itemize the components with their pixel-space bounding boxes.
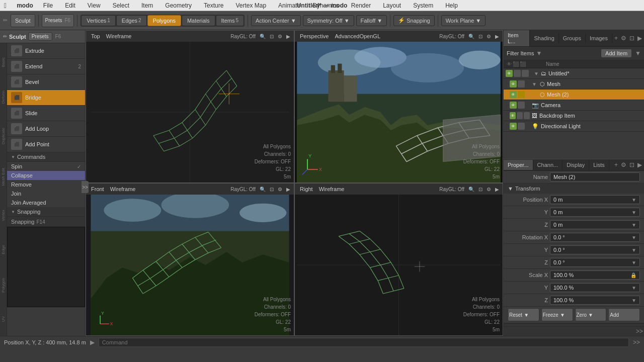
- menu-layout[interactable]: Layout: [381, 1, 403, 10]
- rp-gear-icon[interactable]: ⚙: [620, 34, 627, 43]
- filter-dropdown-arrow[interactable]: ▼: [536, 50, 542, 57]
- rp-more-icon[interactable]: ▶: [636, 34, 643, 43]
- extend-tool[interactable]: ⬛ Extend 2: [7, 59, 85, 74]
- vp-perspective-search[interactable]: 🔍: [467, 34, 476, 39]
- snapping-button[interactable]: ⚡ Snapping: [393, 15, 435, 26]
- add-point-tool[interactable]: ⬛ Add Point: [7, 137, 85, 152]
- props-expand-button[interactable]: >>: [636, 328, 643, 335]
- rp-expand-icon[interactable]: ⊡: [628, 34, 635, 43]
- tab-lists[interactable]: Lists: [589, 160, 609, 170]
- pos-x-value-container[interactable]: 0 m ▼: [550, 195, 640, 204]
- tab-channels[interactable]: Chann...: [533, 160, 563, 170]
- tab-display[interactable]: Display: [562, 160, 589, 170]
- vis-render[interactable]: [522, 70, 529, 77]
- scale-z-value-container[interactable]: 100.0 % ▼: [550, 296, 640, 305]
- vp-perspective-maximize[interactable]: ⊡: [477, 34, 484, 39]
- zero-button[interactable]: Zero ▼: [575, 308, 607, 321]
- viewport-right[interactable]: Right Wireframe RayGL: Off 🔍 ⊡ ⚙ ▶: [294, 183, 503, 336]
- extrude-tool[interactable]: ⬛ Extrude: [7, 43, 85, 59]
- props-gear-icon[interactable]: ⚙: [620, 160, 627, 169]
- viewport-top[interactable]: Top Wireframe RayGL: Off 🔍 ⊡ ⚙ ▶: [86, 30, 294, 183]
- presets-button[interactable]: Presets F6: [42, 14, 74, 27]
- scale-y-arrow[interactable]: ▼: [631, 285, 636, 291]
- rot-z-value-container[interactable]: 0.0 ° ▼: [550, 258, 640, 267]
- scale-z-arrow[interactable]: ▼: [631, 298, 636, 303]
- vp-right-search[interactable]: 🔍: [467, 187, 476, 192]
- menu-select[interactable]: Select: [111, 1, 131, 10]
- tab-item-list[interactable]: Item L...: [504, 30, 530, 46]
- rot-x-arrow[interactable]: ▼: [631, 235, 636, 240]
- menu-geometry[interactable]: Geometry: [163, 1, 194, 10]
- falloff-button[interactable]: Falloff ▼: [356, 15, 387, 26]
- rot-z-arrow[interactable]: ▼: [631, 260, 636, 265]
- panel-expand-button[interactable]: >>: [82, 181, 89, 193]
- add-item-arrow[interactable]: ▼: [635, 50, 641, 57]
- transform-header[interactable]: ▼ Transform: [504, 184, 644, 194]
- materials-button[interactable]: Materials: [182, 15, 215, 26]
- menu-render[interactable]: Render: [349, 1, 373, 10]
- sculpt-button[interactable]: Sculpt: [11, 14, 35, 27]
- freeze-button[interactable]: Freeze ▼: [541, 308, 573, 321]
- bevel-tool[interactable]: ⬛ Bevel: [7, 74, 85, 90]
- action-center-button[interactable]: Action Center ▼: [251, 15, 301, 26]
- vp-top-settings[interactable]: ⚙: [276, 34, 284, 39]
- vis-lock6[interactable]: [518, 123, 525, 130]
- menu-view[interactable]: View: [86, 1, 103, 10]
- vp-right-maximize[interactable]: ⊡: [477, 187, 484, 192]
- items-button[interactable]: Items 5: [216, 15, 244, 26]
- vis-eye[interactable]: 👁: [506, 70, 513, 77]
- app-name[interactable]: modo: [17, 2, 33, 9]
- vis-lock[interactable]: [514, 70, 521, 77]
- item-camera[interactable]: 👁 📷 Camera: [504, 100, 644, 111]
- edges-button[interactable]: Edges 2: [116, 15, 147, 26]
- vp-right-content[interactable]: All Polygons Channels: 0 Deformers: OFF …: [295, 195, 503, 335]
- item-mesh[interactable]: 👁 ▼ ⬡ Mesh: [504, 79, 644, 89]
- vp-front-maximize[interactable]: ⊡: [268, 187, 275, 192]
- polygons-button[interactable]: Polygons: [147, 15, 181, 26]
- scale-y-value-container[interactable]: 100.0 % ▼: [550, 283, 640, 292]
- vp-perspective-more[interactable]: ▶: [494, 34, 501, 39]
- menu-item[interactable]: Item: [139, 1, 155, 10]
- vis-eye4[interactable]: 👁: [510, 102, 517, 109]
- collapse-command[interactable]: Collapse: [7, 171, 85, 180]
- name-prop-value[interactable]: [550, 172, 640, 182]
- scale-x-lock[interactable]: 🔒: [630, 273, 636, 278]
- vp-top-maximize[interactable]: ⊡: [268, 34, 275, 39]
- vp-front-content[interactable]: X Y All Polygons Channels: 0 Deformers: …: [86, 195, 294, 335]
- vis-eye3[interactable]: 👁: [510, 91, 517, 98]
- pos-y-value-container[interactable]: 0 m ▼: [550, 208, 640, 217]
- remove-command[interactable]: Remove: [7, 180, 85, 189]
- slide-tool[interactable]: ⬛ Slide: [7, 106, 85, 121]
- reset-button[interactable]: Reset ▼: [508, 308, 539, 321]
- join-command[interactable]: Join: [7, 189, 85, 198]
- pos-y-arrow[interactable]: ▼: [631, 210, 636, 215]
- vp-right-more[interactable]: ▶: [494, 187, 501, 192]
- vp-front-search[interactable]: 🔍: [258, 187, 267, 192]
- commands-section-header[interactable]: ▼ Commands: [7, 152, 85, 162]
- add-loop-tool[interactable]: ⬛ Add Loop: [7, 121, 85, 137]
- props-expand-icon[interactable]: ⊡: [628, 160, 635, 169]
- vp-top-search[interactable]: 🔍: [258, 34, 267, 39]
- menu-texture[interactable]: Texture: [202, 1, 225, 10]
- pos-z-value-container[interactable]: 0 m ▼: [550, 220, 640, 229]
- snapping-section-header[interactable]: ▼ Snapping: [7, 207, 85, 217]
- vp-front-more[interactable]: ▶: [285, 187, 292, 192]
- tab-shading[interactable]: Shading: [530, 33, 558, 43]
- vis-eye5[interactable]: 👁: [510, 112, 516, 119]
- rp-plus-icon[interactable]: +: [613, 34, 619, 43]
- scale-x-value-container[interactable]: 100.0 % 🔒: [550, 270, 640, 280]
- vis-lock2[interactable]: [518, 80, 525, 87]
- spin-command[interactable]: Spin ✓: [7, 162, 85, 171]
- viewport-front[interactable]: Front Wireframe RayGL: Off 🔍 ⊡ ⚙ ▶: [86, 183, 294, 336]
- menu-animate[interactable]: Animate: [276, 1, 302, 10]
- rot-x-value-container[interactable]: 0.0 ° ▼: [550, 233, 640, 242]
- vis-lock5b[interactable]: [524, 112, 530, 119]
- add-item-button[interactable]: Add Item: [601, 49, 632, 58]
- vp-top-content[interactable]: All Polygons Channels: 0 Deformers: OFF …: [86, 42, 294, 183]
- pos-z-arrow[interactable]: ▼: [631, 222, 636, 228]
- tab-properties[interactable]: Proper...: [504, 160, 533, 170]
- cmd-right-arrow[interactable]: >>: [633, 339, 640, 346]
- symmetry-button[interactable]: Symmetry: Off ▼: [303, 15, 354, 26]
- cmd-left-arrow[interactable]: ▶: [90, 339, 95, 346]
- presets-side-button[interactable]: Presets: [28, 32, 52, 41]
